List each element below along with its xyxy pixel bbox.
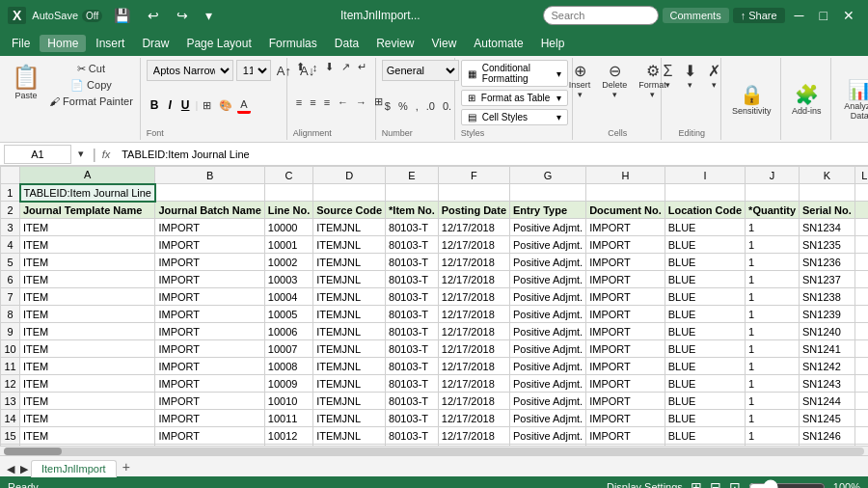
more-commands-button[interactable]: ▾	[200, 6, 218, 25]
row-number[interactable]: 4	[1, 236, 20, 254]
cell-G6[interactable]: Positive Adjmt.	[510, 271, 586, 288]
cell-D11[interactable]: ITEMJNL	[313, 358, 386, 375]
col-header-F[interactable]: F	[438, 167, 509, 184]
scroll-sheets-right[interactable]: ▶	[17, 462, 31, 476]
font-name-select[interactable]: Aptos Narrow	[147, 60, 233, 81]
cell-H3[interactable]: IMPORT	[586, 219, 665, 236]
cell-H8[interactable]: IMPORT	[586, 306, 665, 323]
clear-button[interactable]: ✗ ▾	[704, 60, 724, 92]
col-header-J[interactable]: J	[746, 167, 800, 184]
sum-button[interactable]: Σ ▾	[659, 61, 676, 92]
autosave-toggle[interactable]: Off	[82, 10, 102, 22]
undo-button[interactable]: ↩	[142, 6, 165, 25]
row-number[interactable]: 11	[1, 358, 20, 375]
cell-G14[interactable]: Positive Adjmt.	[510, 410, 586, 427]
cell-H10[interactable]: IMPORT	[586, 340, 665, 358]
cell-G12[interactable]: Positive Adjmt.	[510, 375, 586, 393]
row-number[interactable]: 10	[1, 340, 20, 358]
minimize-button[interactable]: ─	[789, 6, 810, 25]
cell-J1[interactable]	[746, 184, 800, 202]
cell-L5[interactable]	[854, 254, 868, 271]
cell-I13[interactable]: BLUE	[665, 393, 745, 410]
cell-K15[interactable]: SN1246	[800, 427, 855, 445]
cell-J2[interactable]: *Quantity	[746, 202, 800, 219]
cell-K3[interactable]: SN1234	[800, 219, 855, 236]
row-number[interactable]: 14	[1, 410, 20, 427]
cell-H7[interactable]: IMPORT	[586, 288, 665, 306]
cell-C11[interactable]: 10008	[264, 358, 312, 375]
cell-E5[interactable]: 80103-T	[386, 254, 439, 271]
cell-D15[interactable]: ITEMJNL	[313, 427, 386, 445]
cell-E12[interactable]: 80103-T	[386, 375, 439, 393]
sheet-tab-itemjnlimport[interactable]: ItemJnlImport	[31, 460, 117, 477]
cell-I11[interactable]: BLUE	[665, 358, 745, 375]
cell-G16[interactable]: Positive Adjmt.	[510, 445, 586, 447]
cell-K4[interactable]: SN1235	[800, 236, 855, 254]
cell-L2[interactable]	[854, 202, 868, 219]
cell-H15[interactable]: IMPORT	[586, 427, 665, 445]
cell-C1[interactable]	[264, 184, 312, 202]
comments-button[interactable]: Comments	[663, 8, 729, 23]
cell-G5[interactable]: Positive Adjmt.	[510, 254, 586, 271]
col-header-K[interactable]: K	[800, 167, 855, 184]
menu-page-layout[interactable]: Page Layout	[178, 35, 258, 52]
cell-F1[interactable]	[438, 184, 509, 202]
cell-B16[interactable]: IMPORT	[155, 445, 264, 447]
cell-F14[interactable]: 12/17/2018	[438, 410, 509, 427]
cell-F15[interactable]: 12/17/2018	[438, 427, 509, 445]
menu-review[interactable]: Review	[368, 35, 421, 52]
cell-F5[interactable]: 12/17/2018	[438, 254, 509, 271]
cell-E11[interactable]: 80103-T	[386, 358, 439, 375]
menu-data[interactable]: Data	[327, 35, 366, 52]
menu-home[interactable]: Home	[40, 35, 86, 52]
col-header-E[interactable]: E	[386, 167, 439, 184]
cell-A2[interactable]: Journal Template Name	[20, 202, 155, 219]
fill-color-button[interactable]: 🎨	[216, 98, 235, 113]
cell-G3[interactable]: Positive Adjmt.	[510, 219, 586, 236]
menu-view[interactable]: View	[424, 35, 465, 52]
cell-H1[interactable]	[586, 184, 665, 202]
cell-L7[interactable]	[854, 288, 868, 306]
cell-C7[interactable]: 10004	[264, 288, 312, 306]
cell-C5[interactable]: 10002	[264, 254, 312, 271]
cell-B8[interactable]: IMPORT	[155, 306, 264, 323]
cell-J11[interactable]: 1	[746, 358, 800, 375]
cell-C4[interactable]: 10001	[264, 236, 312, 254]
cell-E2[interactable]: *Item No.	[386, 202, 439, 219]
cell-C12[interactable]: 10009	[264, 375, 312, 393]
cell-E10[interactable]: 80103-T	[386, 340, 439, 358]
cell-I5[interactable]: BLUE	[665, 254, 745, 271]
cell-I9[interactable]: BLUE	[665, 323, 745, 340]
cell-L13[interactable]	[854, 393, 868, 410]
cell-K16[interactable]: SN1247	[800, 445, 855, 447]
cell-L9[interactable]	[854, 323, 868, 340]
cell-C13[interactable]: 10010	[264, 393, 312, 410]
conditional-formatting-button[interactable]: ▦ Conditional Formatting ▾	[461, 60, 568, 87]
align-left-button[interactable]: ≡	[293, 95, 305, 109]
align-middle-button[interactable]: ↕	[310, 61, 321, 74]
cell-E8[interactable]: 80103-T	[386, 306, 439, 323]
cell-L8[interactable]	[854, 306, 868, 323]
cell-A5[interactable]: ITEM	[20, 254, 155, 271]
cell-K11[interactable]: SN1242	[800, 358, 855, 375]
font-color-button[interactable]: A	[237, 97, 250, 114]
row-number[interactable]: 13	[1, 393, 20, 410]
cell-D12[interactable]: ITEMJNL	[313, 375, 386, 393]
cell-B11[interactable]: IMPORT	[155, 358, 264, 375]
cell-J12[interactable]: 1	[746, 375, 800, 393]
expand-name-box-button[interactable]: ▾	[75, 147, 87, 161]
cell-D7[interactable]: ITEMJNL	[313, 288, 386, 306]
cell-K5[interactable]: SN1236	[800, 254, 855, 271]
name-box[interactable]	[4, 145, 71, 164]
cell-K12[interactable]: SN1243	[800, 375, 855, 393]
cell-H2[interactable]: Document No.	[586, 202, 665, 219]
cell-K8[interactable]: SN1239	[800, 306, 855, 323]
cell-J13[interactable]: 1	[746, 393, 800, 410]
cell-I10[interactable]: BLUE	[665, 340, 745, 358]
cell-D14[interactable]: ITEMJNL	[313, 410, 386, 427]
normal-view-button[interactable]: ⊞	[691, 479, 702, 488]
decrease-decimal-button[interactable]: 0.	[440, 99, 454, 113]
save-button[interactable]: 💾	[108, 6, 136, 25]
cell-H16[interactable]: IMPORT	[586, 445, 665, 447]
cell-C14[interactable]: 10011	[264, 410, 312, 427]
